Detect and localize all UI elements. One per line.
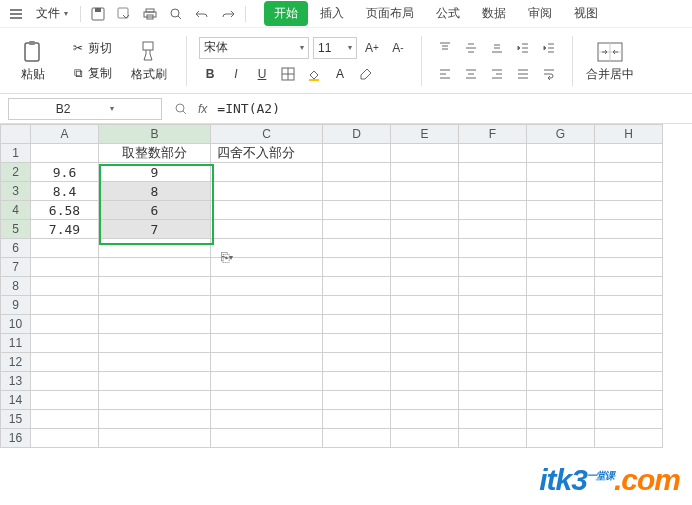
cell[interactable] — [595, 315, 663, 334]
cell[interactable] — [527, 277, 595, 296]
cell[interactable] — [391, 163, 459, 182]
cell[interactable] — [459, 258, 527, 277]
cell[interactable] — [211, 410, 323, 429]
cell[interactable] — [459, 372, 527, 391]
cell[interactable] — [211, 429, 323, 448]
cell[interactable]: 7.49 — [31, 220, 99, 239]
hamburger-icon[interactable] — [6, 4, 26, 24]
merge-center-button[interactable]: 合并居中 — [585, 33, 635, 89]
cell[interactable] — [391, 391, 459, 410]
cell[interactable] — [391, 429, 459, 448]
cell[interactable] — [31, 239, 99, 258]
cell[interactable]: 四舍不入部分 — [211, 144, 323, 163]
save-icon[interactable] — [87, 3, 109, 25]
font-size-select[interactable]: 11▾ — [313, 37, 357, 59]
cell[interactable] — [323, 239, 391, 258]
decrease-indent-icon[interactable] — [512, 37, 534, 59]
highlight-button[interactable] — [355, 63, 377, 85]
row-header[interactable]: 5 — [1, 220, 31, 239]
cell[interactable] — [595, 220, 663, 239]
col-header-C[interactable]: C — [211, 125, 323, 144]
cell[interactable] — [31, 429, 99, 448]
cell[interactable] — [595, 182, 663, 201]
cell[interactable] — [459, 239, 527, 258]
search-function-icon[interactable] — [170, 98, 192, 120]
increase-indent-icon[interactable] — [538, 37, 560, 59]
tab-view[interactable]: 视图 — [564, 1, 608, 26]
cell[interactable] — [31, 144, 99, 163]
undo-icon[interactable] — [191, 3, 213, 25]
tab-home[interactable]: 开始 — [264, 1, 308, 26]
cell[interactable] — [595, 144, 663, 163]
cell[interactable] — [211, 277, 323, 296]
wrap-text-icon[interactable] — [538, 63, 560, 85]
cell[interactable] — [391, 258, 459, 277]
tab-review[interactable]: 审阅 — [518, 1, 562, 26]
cell[interactable]: 8.4 — [31, 182, 99, 201]
cell[interactable] — [323, 315, 391, 334]
align-left-icon[interactable] — [434, 63, 456, 85]
cell[interactable] — [323, 391, 391, 410]
cell[interactable] — [31, 391, 99, 410]
cell[interactable] — [99, 258, 211, 277]
preview-icon[interactable] — [165, 3, 187, 25]
cell[interactable] — [99, 239, 211, 258]
row-header[interactable]: 15 — [1, 410, 31, 429]
cell[interactable] — [31, 410, 99, 429]
format-painter-button[interactable]: 格式刷 — [124, 33, 174, 89]
cell[interactable] — [459, 201, 527, 220]
cell[interactable] — [99, 277, 211, 296]
cut-button[interactable]: ✂剪切 — [66, 38, 116, 59]
cell[interactable] — [31, 315, 99, 334]
cell[interactable] — [211, 201, 323, 220]
border-button[interactable] — [277, 63, 299, 85]
cell[interactable] — [459, 163, 527, 182]
cell[interactable] — [99, 334, 211, 353]
fill-color-button[interactable] — [303, 63, 325, 85]
row-header[interactable]: 4 — [1, 201, 31, 220]
cell[interactable]: 9.6 — [31, 163, 99, 182]
name-box[interactable]: B2 ▾ — [8, 98, 162, 120]
cell[interactable] — [527, 220, 595, 239]
cell[interactable] — [391, 182, 459, 201]
cell[interactable]: 6 — [99, 201, 211, 220]
cell[interactable] — [211, 391, 323, 410]
cell[interactable] — [527, 391, 595, 410]
cell[interactable] — [99, 372, 211, 391]
cell[interactable] — [527, 429, 595, 448]
row-header[interactable]: 7 — [1, 258, 31, 277]
font-color-button[interactable]: A — [329, 63, 351, 85]
cell[interactable] — [323, 372, 391, 391]
cell[interactable] — [211, 372, 323, 391]
tab-data[interactable]: 数据 — [472, 1, 516, 26]
redo-icon[interactable] — [217, 3, 239, 25]
cell[interactable] — [595, 334, 663, 353]
cell[interactable] — [31, 296, 99, 315]
cell[interactable] — [459, 429, 527, 448]
cell[interactable] — [323, 220, 391, 239]
file-menu[interactable]: 文件 ▾ — [30, 3, 74, 24]
justify-icon[interactable] — [512, 63, 534, 85]
cell[interactable] — [527, 353, 595, 372]
cell[interactable] — [211, 353, 323, 372]
cell[interactable] — [459, 277, 527, 296]
underline-button[interactable]: U — [251, 63, 273, 85]
italic-button[interactable]: I — [225, 63, 247, 85]
cell[interactable] — [211, 220, 323, 239]
cell[interactable] — [527, 372, 595, 391]
cell[interactable] — [323, 201, 391, 220]
cell[interactable] — [391, 201, 459, 220]
cell[interactable]: 7 — [99, 220, 211, 239]
cell[interactable] — [391, 296, 459, 315]
align-center-icon[interactable] — [460, 63, 482, 85]
cell[interactable] — [211, 163, 323, 182]
cell[interactable] — [527, 239, 595, 258]
cell[interactable] — [391, 334, 459, 353]
cell[interactable] — [211, 182, 323, 201]
cell[interactable] — [595, 391, 663, 410]
col-header-E[interactable]: E — [391, 125, 459, 144]
font-name-select[interactable]: 宋体▾ — [199, 37, 309, 59]
cell[interactable] — [459, 410, 527, 429]
cell[interactable] — [391, 410, 459, 429]
cell[interactable] — [323, 353, 391, 372]
